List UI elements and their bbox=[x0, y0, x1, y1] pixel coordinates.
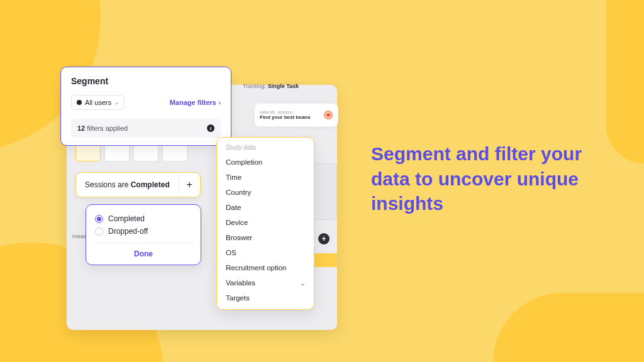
session-status-popover: Completed Dropped-off Done bbox=[86, 204, 201, 265]
ghost-add-button: + bbox=[318, 233, 330, 244]
sessions-chip-value: Completed bbox=[131, 180, 170, 189]
menu-item-label: Date bbox=[226, 204, 241, 211]
radio-selected-icon bbox=[95, 215, 103, 223]
globe-icon bbox=[77, 100, 82, 105]
chevron-down-icon: ⌄ bbox=[114, 100, 119, 106]
menu-item-label: OS bbox=[226, 249, 236, 256]
segment-panel: Segment All users ⌄ Manage filters › 12 … bbox=[60, 67, 231, 146]
filters-applied-bar[interactable]: 12 filters applied i bbox=[71, 119, 221, 138]
menu-item-variables[interactable]: Variables ⌄ bbox=[217, 275, 314, 290]
menu-item-recruitment-option[interactable]: Recruitment option bbox=[217, 260, 314, 275]
divider bbox=[94, 243, 193, 243]
menu-item-label: Variables bbox=[226, 279, 255, 287]
study-data-menu-header: Study data bbox=[217, 144, 314, 155]
menu-item-targets[interactable]: Targets bbox=[217, 290, 314, 305]
chevron-down-icon: ⌄ bbox=[300, 280, 305, 287]
radio-unselected-icon bbox=[95, 228, 103, 236]
status-option-label: Completed bbox=[108, 214, 145, 223]
manage-filters-link[interactable]: Manage filters › bbox=[170, 99, 221, 106]
sessions-filter-chip[interactable]: Sessions are Completed + bbox=[75, 172, 201, 197]
status-option-completed[interactable]: Completed bbox=[95, 212, 192, 225]
all-users-dropdown[interactable]: All users ⌄ bbox=[71, 95, 125, 110]
done-button[interactable]: Done bbox=[95, 247, 192, 258]
bg-arc-top-right bbox=[606, 0, 644, 163]
menu-item-country[interactable]: Country bbox=[217, 185, 314, 200]
task-greeting: Hello Mr. Johnson bbox=[260, 110, 320, 114]
status-option-label: Dropped-off bbox=[108, 227, 148, 236]
ghost-device-preview bbox=[313, 163, 337, 220]
task-title: Find your best beans bbox=[260, 114, 320, 120]
tracking-label: Tracking: bbox=[243, 83, 266, 89]
menu-item-time[interactable]: Time bbox=[217, 170, 314, 185]
task-preview-card: Hello Mr. Johnson Find your best beans bbox=[254, 103, 338, 127]
sessions-chip-prefix: Sessions are bbox=[85, 180, 131, 189]
ghost-areas-label: Areas bbox=[72, 233, 87, 239]
headline-text: Segment and filter your data to uncover … bbox=[371, 141, 610, 216]
menu-item-label: Completion bbox=[226, 158, 262, 166]
menu-item-os[interactable]: OS bbox=[217, 245, 314, 260]
record-icon bbox=[324, 111, 333, 119]
all-users-label: All users bbox=[85, 99, 111, 106]
menu-item-label: Recruitment option bbox=[226, 264, 287, 272]
menu-item-device[interactable]: Device bbox=[217, 215, 314, 230]
status-option-dropped-off[interactable]: Dropped-off bbox=[95, 225, 192, 238]
manage-filters-label: Manage filters bbox=[170, 99, 216, 106]
menu-item-label: Time bbox=[226, 173, 242, 181]
menu-item-label: Broswer bbox=[226, 234, 252, 241]
tracking-value: Single Task bbox=[268, 83, 299, 89]
filters-applied-label: filters applied bbox=[87, 124, 128, 132]
add-filter-button[interactable]: + bbox=[179, 173, 200, 197]
segment-panel-title: Segment bbox=[71, 76, 221, 86]
menu-item-label: Targets bbox=[226, 294, 250, 302]
menu-item-label: Device bbox=[226, 219, 248, 226]
bg-arc-bottom-right bbox=[493, 293, 644, 362]
tracking-bar: Tracking: Single Task bbox=[239, 79, 340, 93]
filters-count: 12 bbox=[77, 124, 85, 132]
menu-item-date[interactable]: Date bbox=[217, 200, 314, 215]
menu-item-label: Country bbox=[226, 189, 251, 196]
menu-item-completion[interactable]: Completion bbox=[217, 155, 314, 170]
chevron-right-icon: › bbox=[219, 99, 221, 106]
menu-item-browser[interactable]: Broswer bbox=[217, 230, 314, 245]
study-data-menu: Study data Completion Time Country Date … bbox=[216, 137, 314, 310]
info-icon[interactable]: i bbox=[207, 124, 214, 132]
